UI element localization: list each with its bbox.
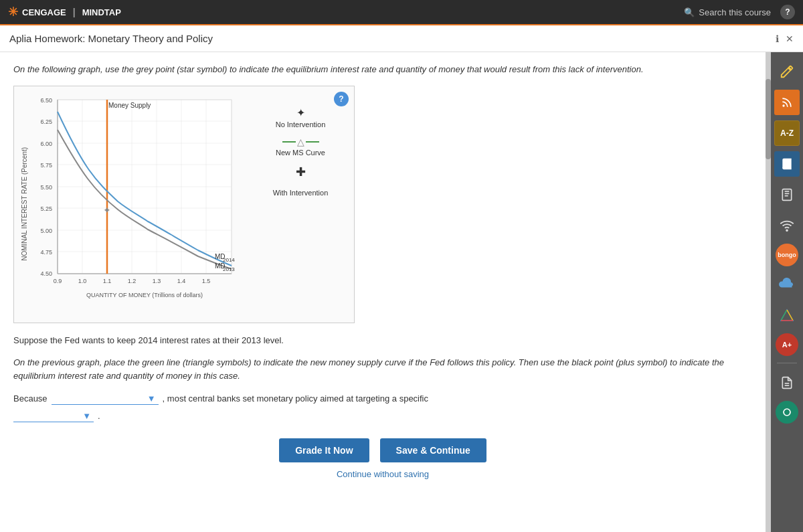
action-bar: Grade It Now Save & Continue Continue wi…: [13, 438, 752, 490]
svg-text:1.1: 1.1: [103, 278, 112, 284]
scroll-thumb[interactable]: [766, 79, 771, 159]
with-intervention-icon: ✚: [254, 165, 347, 179]
no-intervention-label: No Intervention: [276, 120, 326, 128]
chart-legend: ✦ No Intervention △ New MS Curve: [254, 93, 347, 316]
sidebar-circle-tool[interactable]: [776, 401, 798, 424]
sidebar-notepad-tool[interactable]: [774, 182, 800, 207]
sidebar-bongo-tool[interactable]: bongo: [776, 244, 798, 266]
dropdown-row: Because ▼ , most central banks set monet…: [13, 391, 752, 405]
dropdown-label-because: Because: [13, 393, 48, 404]
page-header: Aplia Homework: Monetary Theory and Poli…: [0, 25, 803, 52]
dropdown-period: .: [98, 411, 100, 421]
grade-it-now-button[interactable]: Grade It Now: [279, 438, 369, 462]
svg-text:5.25: 5.25: [40, 205, 52, 212]
sidebar-rss-tool[interactable]: [774, 90, 800, 115]
svg-text:1.2: 1.2: [128, 278, 137, 284]
sidebar-cloud-tool[interactable]: [774, 272, 800, 297]
chart-svg: Money Supply 6.50 6.25 6.00 5.75 5.50: [31, 93, 245, 314]
svg-text:5.50: 5.50: [40, 184, 52, 191]
svg-point-43: [782, 104, 784, 106]
chart-area: NOMINAL INTEREST RATE (Percent): [21, 93, 347, 316]
continue-without-saving-button[interactable]: Continue without saving: [337, 469, 429, 479]
svg-point-48: [786, 230, 788, 231]
new-ms-line: △: [254, 137, 347, 147]
mindtap-brand: MINDTAP: [82, 7, 121, 17]
main-layout: On the following graph, use the grey poi…: [0, 52, 803, 532]
sidebar-pencil-tool[interactable]: [774, 59, 800, 84]
logo-divider: |: [73, 7, 76, 17]
page-title: Aplia Homework: Monetary Theory and Poli…: [9, 33, 213, 44]
dropdown-wrapper-2: ▼: [13, 409, 94, 422]
y-axis-label: NOMINAL INTEREST RATE (Percent): [21, 147, 28, 261]
scrollbar[interactable]: [766, 52, 771, 532]
logo-icon: ✳: [8, 5, 18, 19]
info-icon[interactable]: ℹ: [776, 33, 779, 44]
money-supply-label: Money Supply: [108, 102, 151, 109]
aplus-label: A+: [782, 341, 792, 349]
cengage-brand: CENGAGE: [22, 7, 66, 17]
svg-text:1.3: 1.3: [153, 278, 161, 284]
svg-rect-44: [782, 189, 791, 201]
svg-text:5.00: 5.00: [40, 228, 52, 234]
paragraph-text-1: Suppose the Fed wants to keep 2014 inter…: [13, 334, 752, 347]
line-seg-left: [282, 141, 296, 143]
svg-text:✦: ✦: [103, 205, 111, 215]
svg-text:1.4: 1.4: [177, 278, 186, 284]
dropdown-1[interactable]: [52, 391, 159, 405]
close-icon[interactable]: ✕: [786, 33, 794, 44]
svg-text:4.75: 4.75: [40, 249, 52, 256]
az-label: A-Z: [780, 128, 794, 138]
header-icons: ℹ ✕: [776, 33, 794, 44]
triangle-icon: △: [297, 137, 304, 147]
sidebar-drive-tool[interactable]: [774, 302, 800, 328]
help-button[interactable]: ?: [780, 5, 795, 19]
svg-text:6.50: 6.50: [40, 97, 52, 104]
search-placeholder-text: Search this course: [699, 7, 771, 17]
content-area: On the following graph, use the grey poi…: [0, 52, 766, 532]
top-navigation: ✳ CENGAGE | MINDTAP 🔍 Search this course…: [0, 0, 803, 25]
chart-and-legend: Money Supply 6.50 6.25 6.00 5.75 5.50: [31, 93, 347, 316]
no-intervention-icon: ✦: [254, 106, 347, 119]
with-intervention-label: With Intervention: [273, 189, 329, 197]
legend-no-intervention: ✦ No Intervention: [254, 106, 347, 128]
search-icon: 🔍: [684, 7, 695, 17]
svg-text:QUANTITY OF MONEY (Trillions o: QUANTITY OF MONEY (Trillions of dollars): [86, 292, 203, 298]
nav-right-actions: 🔍 Search this course ?: [684, 5, 795, 19]
sidebar-divider: [777, 363, 797, 363]
sidebar-az-tool[interactable]: A-Z: [774, 120, 800, 146]
dropdown-row-2: ▼ .: [13, 409, 752, 422]
svg-text:4.50: 4.50: [40, 270, 52, 277]
new-ms-label: New MS Curve: [276, 149, 325, 157]
instruction-text-1: On the following graph, use the grey poi…: [13, 63, 752, 76]
action-buttons-row: Grade It Now Save & Continue: [279, 438, 486, 462]
graph-help-button[interactable]: ?: [334, 92, 349, 106]
sidebar-notes-tool[interactable]: [774, 370, 800, 395]
graph-container: ? NOMINAL INTEREST RATE (Percent): [13, 86, 355, 323]
svg-text:1.0: 1.0: [78, 278, 87, 284]
svg-text:6.00: 6.00: [40, 141, 52, 147]
search-area[interactable]: 🔍 Search this course: [684, 7, 771, 17]
bongo-label: bongo: [778, 252, 796, 258]
sidebar-wifi-tool[interactable]: [774, 213, 800, 238]
dropdown-middle-text: , most central banks set monetary policy…: [163, 393, 428, 404]
svg-text:6.25: 6.25: [40, 118, 52, 125]
right-sidebar: A-Z bongo: [771, 52, 803, 532]
legend-with-intervention: ✚ With Intervention: [254, 165, 347, 197]
svg-text:5.75: 5.75: [40, 162, 52, 169]
save-and-continue-button[interactable]: Save & Continue: [380, 438, 486, 462]
chart-svg-wrapper: Money Supply 6.50 6.25 6.00 5.75 5.50: [31, 93, 247, 316]
line-seg-right: [306, 141, 319, 143]
logo: ✳ CENGAGE | MINDTAP: [8, 5, 121, 19]
instruction-text-2: On the previous graph, place the green l…: [13, 356, 752, 382]
sidebar-aplus-tool[interactable]: A+: [776, 333, 798, 356]
sidebar-book-tool[interactable]: [774, 151, 800, 177]
legend-new-ms-curve: △ New MS Curve: [254, 137, 347, 157]
svg-text:2013: 2013: [223, 266, 235, 272]
dropdown-2[interactable]: [13, 409, 94, 422]
svg-text:0.9: 0.9: [54, 278, 62, 284]
svg-text:1.5: 1.5: [202, 278, 211, 284]
dropdown-wrapper-1: ▼: [52, 391, 159, 405]
